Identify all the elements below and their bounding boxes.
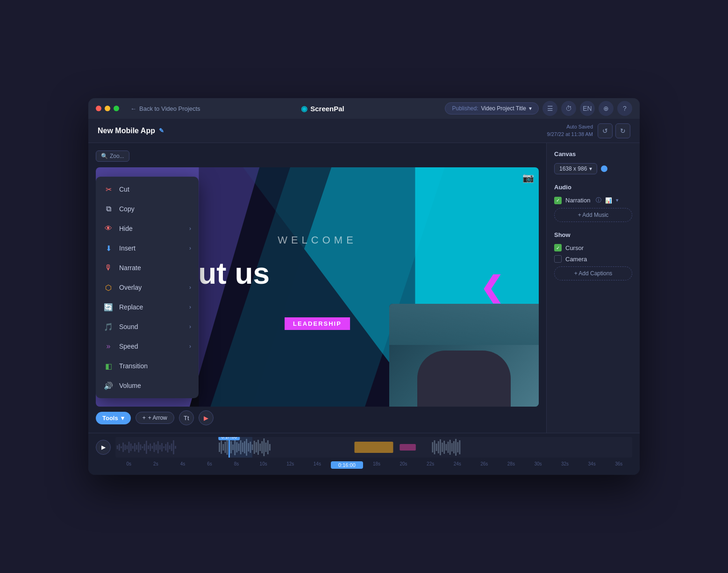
language-icon-button[interactable]: EN — [580, 101, 595, 116]
add-music-label: + Add Music — [578, 212, 609, 218]
time-20s: 20s — [390, 461, 417, 469]
language-icon: EN — [583, 105, 592, 112]
narrate-icon: 🎙 — [103, 263, 114, 273]
canvas-size-label: 1638 x 986 — [559, 165, 587, 172]
menu-item-volume[interactable]: 🔊 Volume — [96, 376, 199, 395]
text-tool-icon: Tt — [184, 415, 189, 422]
time-30s: 30s — [525, 461, 552, 469]
list-icon: ☰ — [547, 105, 553, 112]
canvas-size-chevron-icon: ▾ — [589, 165, 592, 172]
publish-label: Published: — [452, 105, 478, 112]
menu-item-speed[interactable]: » Speed › — [96, 337, 199, 356]
logo-icon: ◉ — [301, 104, 307, 113]
text-tool-button[interactable]: Tt — [179, 410, 194, 425]
cursor-checkbox[interactable]: ✓ — [554, 244, 562, 251]
app-window: ← Back to Video Projects ◉ ScreenPal Pub… — [88, 98, 640, 475]
replace-label: Replace — [119, 303, 143, 311]
clock-icon: ⏱ — [565, 105, 572, 112]
narration-info-icon[interactable]: ⓘ — [596, 196, 601, 204]
close-traffic-light[interactable] — [96, 106, 101, 111]
menu-item-overlay[interactable]: ⬡ Overlay › — [96, 278, 199, 297]
project-name-label: Video Project Title — [481, 105, 527, 112]
canvas-size-button[interactable]: 1638 x 986 ▾ — [554, 163, 597, 174]
canvas-size-row: 1638 x 986 ▾ — [554, 163, 632, 174]
camera-row: Camera — [554, 255, 632, 263]
add-music-button[interactable]: + Add Music — [554, 208, 632, 222]
play-button[interactable]: ▶ — [96, 440, 111, 455]
undo-button[interactable]: ↺ — [598, 123, 613, 138]
webcam-overlay — [389, 304, 539, 407]
chevron-down-icon: ▾ — [529, 105, 532, 112]
overlay-icon: ⬡ — [103, 282, 114, 293]
sound-arrow-icon: › — [189, 323, 191, 330]
narration-checkbox[interactable]: ✓ — [554, 197, 562, 204]
zoom-button[interactable]: 🔍 Zoo... — [96, 150, 129, 162]
menu-item-transition[interactable]: ◧ Transition — [96, 356, 199, 376]
menu-item-narrate[interactable]: 🎙 Narrate — [96, 258, 199, 278]
narrate-label: Narrate — [119, 264, 141, 272]
add-captions-button[interactable]: + Add Captions — [554, 266, 632, 280]
timeline-area: ▶ // Generate waveform bars inline - wil… — [88, 433, 640, 475]
time-2s: 2s — [143, 461, 170, 469]
layers-icon-button[interactable]: ⊕ — [599, 101, 614, 116]
narration-levels-icon[interactable]: 📊 — [605, 197, 612, 204]
sound-icon: 🎵 — [103, 322, 114, 332]
camera-capture-button[interactable]: 📷 — [522, 172, 534, 183]
insert-arrow-icon: › — [189, 245, 191, 251]
menu-item-sound[interactable]: 🎵 Sound › — [96, 317, 199, 337]
help-icon-button[interactable]: ? — [617, 101, 632, 116]
insert-label: Insert — [119, 244, 136, 252]
sound-label: Sound — [119, 323, 138, 330]
context-menu: ✂ Cut ⧉ Copy 👁 Hide › ⬇ Insert — [96, 177, 199, 398]
menu-item-replace[interactable]: 🔄 Replace › — [96, 297, 199, 317]
video-canvas: WELCOME About us LEADERSHIP ❮ 📷 — [96, 167, 539, 407]
edit-icon[interactable]: ✎ — [159, 127, 164, 134]
audio-panel-section: Audio ✓ Narration ⓘ 📊 ▾ + Add Music — [554, 184, 632, 222]
timeline-track[interactable]: // Generate waveform bars inline - will … — [115, 437, 632, 458]
project-title: New Mobile App ✎ — [98, 127, 164, 135]
time-0s: 0s — [115, 461, 143, 469]
time-16s-current: 0:16:00 — [331, 461, 364, 469]
title-bar-right: Published: Video Project Title ▾ ☰ ⏱ EN … — [445, 101, 632, 116]
arrow-tool-button[interactable]: + + Arrow — [136, 412, 174, 424]
time-32s: 32s — [551, 461, 578, 469]
menu-item-copy[interactable]: ⧉ Copy — [96, 199, 199, 219]
canvas-area: 🔍 Zoo... — [88, 143, 546, 433]
narration-chevron-icon[interactable]: ▾ — [616, 197, 619, 203]
insert-icon: ⬇ — [103, 243, 114, 253]
minimize-traffic-light[interactable] — [105, 106, 110, 111]
time-4s: 4s — [169, 461, 196, 469]
tools-dropdown[interactable]: Tools ▾ — [96, 412, 131, 424]
menu-item-cut[interactable]: ✂ Cut — [96, 179, 199, 199]
secondary-bar: New Mobile App ✎ Auto Saved 9/27/22 at 1… — [88, 119, 640, 143]
maximize-traffic-light[interactable] — [114, 106, 119, 111]
help-icon: ? — [623, 105, 627, 112]
back-button[interactable]: ← Back to Video Projects — [130, 105, 200, 112]
auto-saved-info: Auto Saved 9/27/22 at 11:38 AM — [547, 123, 593, 138]
canvas-color-dot[interactable] — [601, 165, 607, 172]
menu-item-insert[interactable]: ⬇ Insert › — [96, 238, 199, 258]
back-arrow-icon: ← — [130, 105, 136, 112]
menu-item-hide[interactable]: 👁 Hide › — [96, 219, 199, 238]
cursor-tool-icon: ▶ — [204, 415, 208, 422]
camera-checkbox[interactable] — [554, 255, 562, 263]
cut-icon: ✂ — [103, 184, 114, 194]
list-icon-button[interactable]: ☰ — [542, 101, 557, 116]
speed-label: Speed — [119, 343, 138, 350]
camera-label: Camera — [565, 256, 587, 263]
show-panel-section: Show ✓ Cursor Camera + Add Captions — [554, 231, 632, 280]
volume-icon: 🔊 — [103, 380, 114, 391]
redo-button[interactable]: ↻ — [615, 123, 630, 138]
history-icon-button[interactable]: ⏱ — [561, 101, 576, 116]
hide-label: Hide — [119, 225, 133, 232]
publish-button[interactable]: Published: Video Project Title ▾ — [445, 102, 539, 115]
replace-arrow-icon: › — [189, 304, 191, 310]
cursor-tool-button[interactable]: ▶ — [199, 410, 214, 425]
audio-section-title: Audio — [554, 184, 632, 191]
timeline-labels: 0s 2s 4s 6s 8s 10s 12s 14s 0:16:00 18s 2… — [115, 461, 632, 469]
time-8s: 8s — [223, 461, 250, 469]
narration-label: Narration — [565, 197, 590, 204]
copy-icon: ⧉ — [103, 204, 114, 214]
welcome-text: WELCOME — [278, 234, 357, 246]
narration-row: ✓ Narration ⓘ 📊 ▾ — [554, 196, 632, 204]
